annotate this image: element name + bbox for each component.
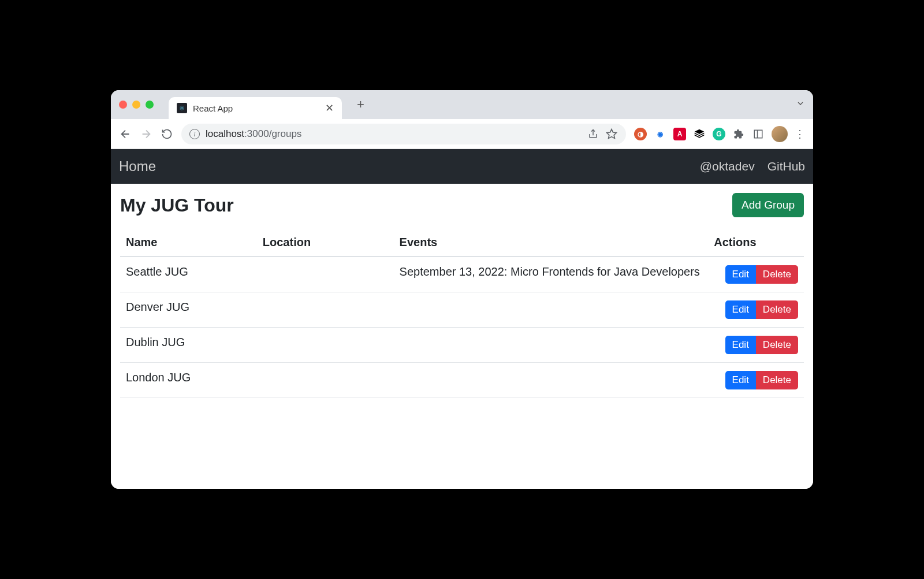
header-actions: Actions: [708, 229, 804, 257]
browser-window: ⚛ React App ✕ + i localhost:3000/groups: [111, 90, 813, 489]
page-title: My JUG Tour: [120, 195, 234, 216]
edit-button[interactable]: Edit: [725, 336, 756, 354]
nav-home-link[interactable]: Home: [119, 158, 156, 175]
cell-events: [394, 292, 709, 328]
groups-table: Name Location Events Actions Seattle JUG…: [120, 229, 804, 398]
nav-oktadev-link[interactable]: @oktadev: [700, 159, 755, 173]
tab-bar: ⚛ React App ✕ +: [111, 90, 813, 119]
new-tab-button[interactable]: +: [357, 97, 364, 112]
cell-events: September 13, 2022: Micro Frontends for …: [394, 257, 709, 292]
cell-location: [257, 292, 394, 328]
cell-name: Denver JUG: [120, 292, 257, 328]
page-header: My JUG Tour Add Group: [120, 193, 804, 217]
minimize-window-icon[interactable]: [132, 101, 140, 109]
delete-button[interactable]: Delete: [756, 265, 798, 284]
svg-rect-7: [754, 130, 762, 138]
row-actions: Edit Delete: [725, 371, 798, 389]
site-info-icon[interactable]: i: [189, 129, 200, 139]
app-navbar: Home @oktadev GitHub: [111, 149, 813, 184]
duckduckgo-icon[interactable]: ◑: [634, 128, 647, 140]
window-controls: [119, 101, 154, 109]
url-path: /groups: [269, 128, 302, 139]
header-name: Name: [120, 229, 257, 257]
tab-title: React App: [193, 103, 319, 113]
bookmark-icon[interactable]: [605, 128, 618, 140]
cell-location: [257, 363, 394, 398]
table-row: Denver JUG Edit Delete: [120, 292, 804, 328]
add-group-button[interactable]: Add Group: [732, 193, 804, 217]
edit-button[interactable]: Edit: [725, 265, 756, 284]
back-button[interactable]: [119, 128, 132, 140]
nav-github-link[interactable]: GitHub: [767, 159, 805, 173]
cell-location: [257, 328, 394, 363]
grammarly-icon[interactable]: G: [713, 128, 725, 140]
edit-button[interactable]: Edit: [725, 300, 756, 319]
svg-marker-3: [607, 129, 617, 138]
table-header-row: Name Location Events Actions: [120, 229, 804, 257]
share-icon[interactable]: [587, 128, 599, 140]
delete-button[interactable]: Delete: [756, 371, 798, 389]
profile-avatar[interactable]: [772, 126, 788, 142]
address-bar: i localhost:3000/groups ◑ ◉ A G: [111, 119, 813, 149]
reading-list-icon[interactable]: [752, 128, 765, 140]
url-host: localhost: [206, 128, 244, 139]
extensions-menu-icon[interactable]: [732, 128, 745, 140]
reload-button[interactable]: [161, 128, 173, 140]
row-actions: Edit Delete: [725, 336, 798, 354]
table-row: Dublin JUG Edit Delete: [120, 328, 804, 363]
extension-icons: ◑ ◉ A G ⋮: [634, 126, 805, 142]
cell-name: London JUG: [120, 363, 257, 398]
table-row: London JUG Edit Delete: [120, 363, 804, 398]
url-port: :3000: [244, 128, 269, 139]
angular-icon[interactable]: A: [673, 128, 686, 140]
delete-button[interactable]: Delete: [756, 336, 798, 354]
cell-name: Dublin JUG: [120, 328, 257, 363]
browser-tab[interactable]: ⚛ React App ✕: [169, 97, 342, 119]
forward-button[interactable]: [140, 128, 152, 140]
cell-location: [257, 257, 394, 292]
tabs-overflow-icon[interactable]: [796, 99, 805, 110]
browser-menu-icon[interactable]: ⋮: [795, 128, 805, 140]
url-field[interactable]: i localhost:3000/groups: [181, 124, 626, 144]
row-actions: Edit Delete: [725, 265, 798, 284]
close-tab-icon[interactable]: ✕: [325, 102, 334, 114]
row-actions: Edit Delete: [725, 300, 798, 319]
cell-name: Seattle JUG: [120, 257, 257, 292]
page-content: My JUG Tour Add Group Name Location Even…: [111, 184, 813, 489]
close-window-icon[interactable]: [119, 101, 127, 109]
react-icon: ⚛: [177, 103, 187, 113]
header-events: Events: [394, 229, 709, 257]
table-row: Seattle JUG September 13, 2022: Micro Fr…: [120, 257, 804, 292]
edit-button[interactable]: Edit: [725, 371, 756, 389]
extension-icon-2[interactable]: ◉: [654, 128, 666, 140]
buffer-icon[interactable]: [693, 128, 706, 140]
cell-events: [394, 363, 709, 398]
cell-events: [394, 328, 709, 363]
delete-button[interactable]: Delete: [756, 300, 798, 319]
maximize-window-icon[interactable]: [146, 101, 154, 109]
header-location: Location: [257, 229, 394, 257]
